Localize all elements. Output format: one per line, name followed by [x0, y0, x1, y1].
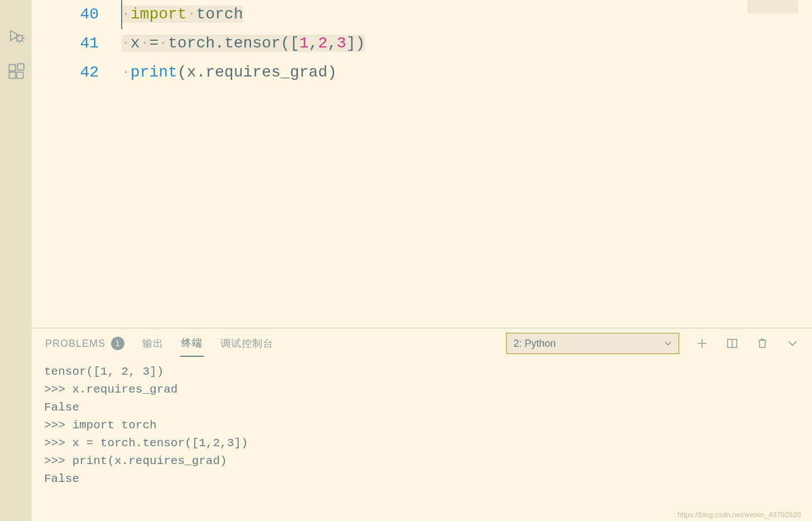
svg-point-0 [17, 36, 22, 41]
main-area: 40 41 42 ·import·torch ·x·=·torch.tensor… [32, 0, 812, 521]
svg-rect-1 [9, 65, 15, 71]
line-number: 42 [32, 58, 99, 87]
collapse-panel-button[interactable] [785, 336, 800, 351]
minimap[interactable] [747, 0, 799, 13]
svg-rect-3 [17, 72, 23, 78]
tab-label: PROBLEMS [45, 338, 105, 350]
line-numbers: 40 41 42 [32, 0, 121, 328]
run-debug-icon[interactable] [7, 28, 25, 46]
svg-rect-4 [17, 64, 23, 70]
cursor [121, 0, 122, 29]
chevron-down-icon [787, 338, 797, 348]
tab-problems[interactable]: PROBLEMS 1 [44, 331, 126, 356]
svg-rect-2 [9, 72, 15, 78]
code-line[interactable]: ·print(x.requires_grad) [121, 58, 812, 87]
activity-bar [0, 0, 32, 521]
extensions-icon[interactable] [7, 63, 25, 80]
tab-debug-console[interactable]: 调试控制台 [219, 331, 275, 356]
code-editor[interactable]: 40 41 42 ·import·torch ·x·=·torch.tensor… [32, 0, 812, 328]
plus-icon [696, 337, 708, 350]
kill-terminal-button[interactable] [755, 336, 770, 351]
line-number: 40 [32, 0, 99, 29]
watermark: https://blog.csdn.net/weixin_43702920 [678, 510, 801, 519]
code-content[interactable]: ·import·torch ·x·=·torch.tensor([1,2,3])… [121, 0, 812, 328]
split-terminal-button[interactable] [725, 336, 739, 351]
tab-output[interactable]: 输出 [141, 331, 165, 356]
new-terminal-button[interactable] [695, 336, 709, 351]
trash-icon [756, 337, 768, 350]
split-icon [726, 337, 738, 350]
terminal-selector[interactable]: 2: Python [506, 333, 679, 354]
code-line[interactable]: ·x·=·torch.tensor([1,2,3]) [121, 29, 812, 58]
tab-terminal[interactable]: 终端 [180, 330, 204, 357]
code-line[interactable]: ·import·torch [121, 0, 812, 29]
terminal-selector-label: 2: Python [513, 338, 664, 350]
panel-tabs: PROBLEMS 1 输出 终端 调试控制台 2: Python [32, 328, 812, 359]
terminal-output[interactable]: tensor([1, 2, 3]) >>> x.requires_grad Fa… [32, 359, 812, 521]
problems-badge: 1 [111, 337, 124, 350]
line-number: 41 [32, 29, 99, 58]
bottom-panel: PROBLEMS 1 输出 终端 调试控制台 2: Python [32, 328, 812, 521]
chevron-down-icon [664, 340, 672, 347]
